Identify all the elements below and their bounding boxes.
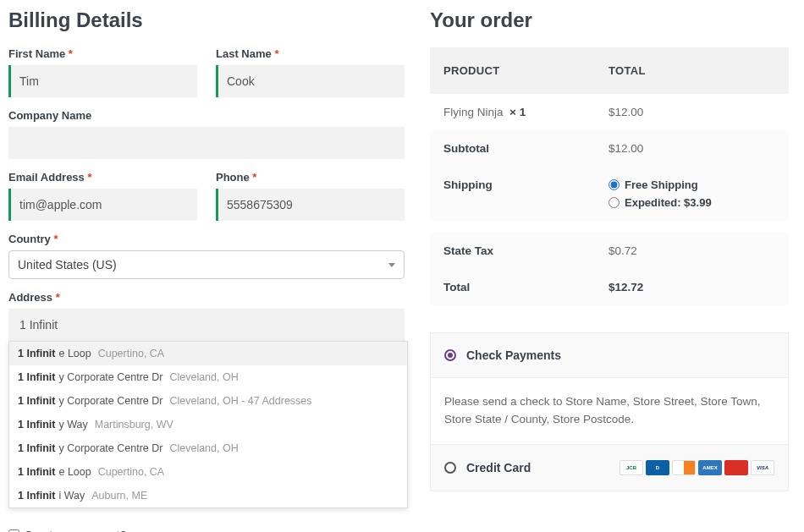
first-name-input[interactable] xyxy=(8,65,197,97)
last-name-input[interactable] xyxy=(216,65,405,97)
total-row: Total $12.72 xyxy=(430,269,789,305)
subtotal-value: $12.00 xyxy=(595,130,789,167)
radio-unselected-icon xyxy=(444,462,456,474)
col-product: PRODUCT xyxy=(430,47,595,94)
billing-heading: Billing Details xyxy=(8,8,405,32)
jcb-icon: JCB xyxy=(620,460,643,475)
col-total: TOTAL xyxy=(595,47,789,94)
amex-icon: AMEX xyxy=(698,460,722,475)
country-field: Country * United States (US) xyxy=(8,233,405,279)
tax-row: State Tax $0.72 xyxy=(430,233,789,269)
discover-icon xyxy=(672,460,696,475)
address-label: Address * xyxy=(8,291,405,304)
autocomplete-item[interactable]: 1 Infinity Corporate Centre DrCleveland,… xyxy=(9,365,407,389)
order-heading: Your order xyxy=(430,8,789,32)
country-selected-value: United States (US) xyxy=(18,258,117,271)
company-label: Company Name xyxy=(8,109,405,122)
payment-methods: Check Payments Please send a check to St… xyxy=(430,332,789,491)
payment-check-option[interactable]: Check Payments xyxy=(430,332,789,378)
payment-check-description: Please send a check to Store Name, Store… xyxy=(430,378,789,444)
address-field: Address * xyxy=(8,291,405,341)
email-input[interactable] xyxy=(8,189,197,221)
email-field: Email Address * xyxy=(8,171,197,221)
country-label: Country * xyxy=(8,233,405,245)
company-input[interactable] xyxy=(8,127,405,159)
order-item-name: Flying Ninja × 1 xyxy=(430,94,595,130)
address-input[interactable] xyxy=(8,309,405,341)
radio-selected-icon xyxy=(444,349,456,361)
shipping-expedited-label[interactable]: Expedited: $3.99 xyxy=(625,196,712,209)
chevron-down-icon xyxy=(388,263,395,267)
subtotal-row: Subtotal $12.00 xyxy=(430,130,789,167)
subtotal-label: Subtotal xyxy=(430,130,595,167)
country-select[interactable]: United States (US) xyxy=(8,250,405,279)
phone-field: Phone * xyxy=(216,171,405,221)
shipping-free-radio[interactable] xyxy=(609,179,620,190)
order-table: PRODUCT TOTAL Flying Ninja × 1 $12.00 Su… xyxy=(430,47,789,305)
autocomplete-item[interactable]: 1 Infinite LoopCupertino, CA xyxy=(9,460,407,484)
payment-cc-label: Credit Card xyxy=(466,461,531,474)
phone-input[interactable] xyxy=(216,189,405,221)
mastercard-icon xyxy=(724,460,748,475)
phone-label: Phone * xyxy=(216,171,405,184)
your-order-section: Your order PRODUCT TOTAL Flying Ninja × … xyxy=(430,8,796,532)
order-item-total: $12.00 xyxy=(595,94,789,130)
card-logos: JCB D AMEX VISA xyxy=(620,460,774,475)
visa-icon: VISA xyxy=(751,460,774,475)
address-autocomplete-dropdown: 1 Infinite LoopCupertino, CA1 Infinity C… xyxy=(8,341,408,508)
payment-credit-card-option[interactable]: Credit Card JCB D AMEX VISA xyxy=(430,444,789,491)
payment-check-label: Check Payments xyxy=(466,348,561,362)
total-value: $12.72 xyxy=(595,269,789,305)
tax-value: $0.72 xyxy=(595,233,789,269)
last-name-field: Last Name * xyxy=(216,47,405,97)
shipping-row: Shipping Free Shipping Expedited: $3.99 xyxy=(430,167,789,221)
first-name-field: First Name * xyxy=(8,47,197,97)
tax-label: State Tax xyxy=(430,233,595,269)
autocomplete-item[interactable]: 1 Infinity WayMartinsburg, WV xyxy=(9,413,407,436)
billing-details-section: Billing Details First Name * Last Name *… xyxy=(8,8,405,532)
create-account-label: Create an account? xyxy=(25,529,127,532)
company-field: Company Name xyxy=(8,109,405,159)
shipping-expedited-radio[interactable] xyxy=(609,197,620,208)
order-item-row: Flying Ninja × 1 $12.00 xyxy=(430,94,789,130)
autocomplete-item[interactable]: 1 Infiniti WayAuburn, ME xyxy=(9,484,407,507)
shipping-options: Free Shipping Expedited: $3.99 xyxy=(595,167,789,221)
create-account-row: Create an account? xyxy=(8,529,405,532)
first-name-label: First Name * xyxy=(8,47,197,60)
last-name-label: Last Name * xyxy=(216,47,405,60)
autocomplete-item[interactable]: 1 Infinity Corporate Centre DrCleveland,… xyxy=(9,389,407,413)
shipping-free-label[interactable]: Free Shipping xyxy=(625,178,698,191)
email-label: Email Address * xyxy=(8,171,197,184)
diners-icon: D xyxy=(646,460,669,475)
autocomplete-item[interactable]: 1 Infinity Corporate Centre DrCleveland,… xyxy=(9,436,407,460)
total-label: Total xyxy=(430,269,595,305)
shipping-label: Shipping xyxy=(430,167,595,221)
autocomplete-item[interactable]: 1 Infinite LoopCupertino, CA xyxy=(9,342,407,365)
